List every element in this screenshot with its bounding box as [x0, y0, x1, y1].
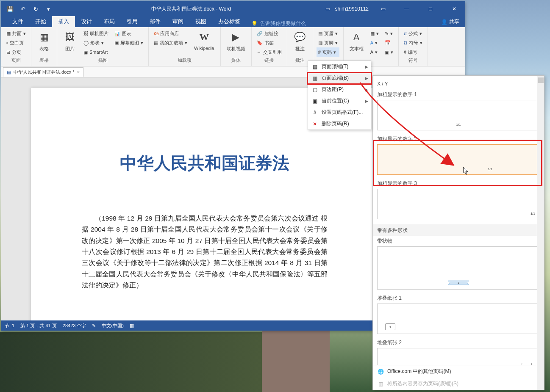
- shapes-button[interactable]: ◯形状 ▾: [82, 38, 110, 47]
- tab-mailings[interactable]: 邮件: [144, 16, 167, 27]
- tab-design[interactable]: 设计: [75, 16, 98, 27]
- status-page[interactable]: 第 1 页，共 41 页: [20, 323, 57, 329]
- chart-label: 图表: [122, 30, 131, 37]
- tab-office-label[interactable]: 办公标签: [212, 16, 246, 27]
- store-button[interactable]: 🛍应用商店: [152, 29, 189, 38]
- tab-review[interactable]: 审阅: [167, 16, 189, 27]
- gallery-item-label: 堆叠纸张 2: [377, 339, 540, 346]
- object-button[interactable]: ▣▾: [383, 47, 395, 57]
- tab-file[interactable]: 文件: [6, 16, 29, 27]
- tell-me-search[interactable]: 💡 告诉我你想要做什么: [246, 20, 435, 27]
- menu-page-margins[interactable]: ▢ 页边距(P) ▶: [308, 84, 371, 95]
- page-number-sample: 1/1: [456, 123, 461, 127]
- close-tab-button[interactable]: ×: [77, 69, 80, 75]
- myaddins-button[interactable]: ▦我的加载项 ▾: [152, 38, 189, 47]
- menu-format-page-number[interactable]: # 设置页码格式(F)...: [308, 107, 371, 118]
- undo-button[interactable]: ↶: [17, 3, 28, 14]
- status-words[interactable]: 28423 个字: [63, 323, 86, 329]
- wikipedia-button[interactable]: WWikipedia: [192, 29, 217, 57]
- header-button[interactable]: ▤页眉 ▾: [317, 29, 339, 38]
- page-break-button[interactable]: ⊟分页: [5, 47, 28, 57]
- hyperlink-button[interactable]: 🔗超链接: [255, 29, 283, 38]
- screenshot-button[interactable]: ▣屏幕截图 ▾: [113, 38, 145, 47]
- tab-insert[interactable]: 插入: [52, 16, 75, 27]
- page-number-sample: 1/1: [531, 212, 535, 215]
- document-tab-name: 中华人民共和国证券法.docx *: [14, 69, 75, 75]
- crossref-icon: ↔: [257, 50, 261, 55]
- ribbon-display-icon[interactable]: ▭: [325, 6, 330, 12]
- crossref-button[interactable]: ↔交叉引用: [255, 47, 283, 57]
- comment-button[interactable]: 💬批注: [291, 29, 309, 57]
- minimize-button[interactable]: ▭: [374, 1, 392, 17]
- chart-button[interactable]: 📊图表: [113, 29, 145, 38]
- redo-button[interactable]: ↻: [30, 3, 41, 14]
- header-icon: ▤: [318, 31, 322, 36]
- tab-view[interactable]: 视图: [189, 16, 212, 27]
- gallery-scrollbar[interactable]: [537, 76, 544, 390]
- sig-button[interactable]: ✎▾: [383, 29, 395, 38]
- gallery-item-ribbon[interactable]: 带状物 1: [377, 237, 540, 290]
- menu-page-top[interactable]: ▤ 页面顶端(T) ▶: [308, 61, 371, 72]
- page-number-button[interactable]: #页码 ▾: [317, 47, 339, 57]
- menu-format-label: 设置页码格式(F)...: [322, 109, 363, 116]
- table-icon: ▦: [37, 30, 51, 44]
- gallery-item-bold-2[interactable]: 加粗显示的数字 2 1/1: [377, 135, 540, 175]
- restore-button[interactable]: —: [397, 1, 416, 17]
- ribbon-shape: 1: [446, 280, 471, 286]
- online-video-button[interactable]: ▶联机视频: [224, 29, 248, 57]
- page-top-icon: ▤: [311, 63, 318, 70]
- quickparts-button[interactable]: ▦▾: [369, 29, 381, 38]
- wordart-button[interactable]: A▾: [369, 38, 381, 47]
- spellcheck-icon[interactable]: ✎: [92, 323, 96, 329]
- date-button[interactable]: 📅: [383, 38, 395, 47]
- document-title: 中华人民共和国证券法: [82, 152, 328, 175]
- status-section[interactable]: 节: 1: [5, 323, 14, 329]
- sig-icon: ✎: [385, 31, 389, 36]
- status-language[interactable]: 中文(中国): [102, 323, 123, 329]
- menu-current-position[interactable]: ▣ 当前位置(C) ▶: [308, 95, 371, 107]
- wordart-icon: A: [370, 40, 373, 45]
- close-button[interactable]: ✕: [445, 1, 464, 17]
- table-button[interactable]: ▦表格: [35, 29, 53, 57]
- document-tab[interactable]: ▤ 中华人民共和国证券法.docx * ×: [3, 67, 83, 77]
- bookmark-button[interactable]: 🔖书签: [255, 38, 283, 47]
- number-button[interactable]: #编号: [402, 47, 424, 57]
- tables-group-label: 表格: [35, 57, 53, 64]
- save-selection-button[interactable]: ▥ 将所选内容另存为页码(底端)(S): [373, 378, 537, 390]
- smartart-label: SmartArt: [89, 50, 108, 55]
- equation-button[interactable]: π公式 ▾: [402, 29, 424, 38]
- maximize-button[interactable]: ◻: [421, 1, 440, 17]
- gallery-item-stack-1[interactable]: 堆叠纸张 1 1: [377, 295, 540, 334]
- footer-button[interactable]: ▥页脚 ▾: [317, 38, 339, 47]
- gallery-item-bold-3[interactable]: 加粗显示的数字 3 1/1: [377, 180, 540, 219]
- blank-page-button[interactable]: ▫空白页: [5, 38, 28, 47]
- gallery-item-bold-1[interactable]: 加粗显示的数字 1 1/1: [377, 91, 540, 130]
- more-from-office-button[interactable]: 🌐 Office.com 中的其他页码(M): [373, 365, 537, 378]
- save-button[interactable]: 💾: [5, 3, 16, 14]
- textbox-button[interactable]: A文本框: [347, 29, 366, 57]
- macro-icon[interactable]: ▦: [130, 323, 134, 329]
- smartart-button[interactable]: ▣SmartArt: [82, 47, 110, 57]
- page-margins-icon: ▢: [311, 86, 318, 93]
- symbol-label: 符号: [409, 40, 418, 46]
- tab-layout[interactable]: 布局: [98, 16, 121, 27]
- qat-customize[interactable]: ▾: [43, 3, 54, 14]
- myaddins-icon: ▦: [154, 40, 158, 46]
- pagenum-icon: #: [318, 50, 321, 55]
- online-picture-button[interactable]: 🖼联机图片: [82, 29, 110, 38]
- submenu-arrow-icon: ▶: [365, 88, 368, 92]
- symbol-button[interactable]: Ω符号 ▾: [402, 38, 424, 47]
- page-number-sample: 1/1: [488, 167, 492, 171]
- menu-page-bottom[interactable]: ▥ 页面底端(B) ▶: [308, 72, 371, 84]
- share-button[interactable]: 👤共享: [435, 17, 465, 27]
- picture-button[interactable]: 🖼图片: [61, 29, 79, 57]
- cover-page-button[interactable]: ▦封面 ▾: [5, 29, 28, 38]
- tab-home[interactable]: 开始: [29, 16, 52, 27]
- scrollbar-thumb[interactable]: [538, 77, 544, 83]
- menu-remove-page-number[interactable]: ✕ 删除页码(R): [308, 118, 371, 130]
- comments-group-label: 批注: [291, 57, 309, 64]
- dropcap-button[interactable]: A▾: [369, 47, 381, 57]
- myaddins-label: 我的加载项: [160, 40, 183, 46]
- tab-references[interactable]: 引用: [121, 16, 144, 27]
- save-selection-icon: ▥: [377, 381, 384, 387]
